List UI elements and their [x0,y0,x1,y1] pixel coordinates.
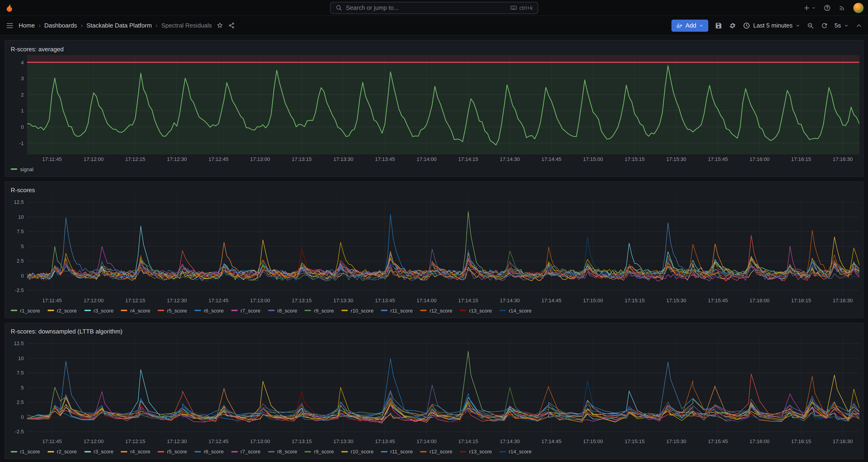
grafana-logo[interactable] [5,3,14,12]
y-tick-label: 10 [18,356,24,361]
time-range-picker[interactable]: Last 5 minutes [743,22,800,29]
y-tick-label: 1 [21,108,24,114]
help-button[interactable] [823,4,831,11]
refresh-interval-picker[interactable]: 5s [835,22,848,29]
search-input[interactable]: Search or jump to... ctrl+k [330,2,538,14]
x-tick-label: 17:15:15 [625,439,645,444]
legend-item[interactable]: r13_score [460,308,492,313]
series-color-swatch [194,310,201,311]
legend-item[interactable]: r2_score [48,308,77,313]
save-dashboard-button[interactable] [715,22,722,29]
y-tick-label: 10 [18,214,24,220]
panel-header[interactable]: R-scores [9,184,859,196]
timeseries-chart: -101234 17:11:4517:12:0017:12:1517:12:30… [9,55,859,164]
x-tick-label: 17:15:15 [625,297,645,303]
legend-item[interactable]: r13_score [460,449,492,455]
legend-item[interactable]: r4_score [121,449,150,455]
plot-area[interactable] [27,55,859,154]
y-tick-label: 0 [21,124,24,130]
user-avatar[interactable] [853,3,863,13]
legend-item[interactable]: r4_score [121,308,150,313]
y-tick-label: -1 [19,141,24,146]
panel-legend: signal [9,164,859,175]
breadcrumb-home[interactable]: Home [19,22,35,29]
series-name: r1_score [20,308,40,313]
series-name: r9_score [314,449,334,455]
new-button[interactable] [803,4,816,11]
top-bar: Search or jump to... ctrl+k [0,0,868,16]
legend-item[interactable]: r3_score [84,308,114,313]
refresh-button[interactable] [821,22,828,29]
search-placeholder: Search or jump to... [346,4,399,11]
refresh-icon [821,22,828,29]
x-tick-label: 17:13:15 [292,156,312,162]
share-button[interactable] [228,22,235,29]
legend-item[interactable]: r6_score [194,308,224,313]
panel-header[interactable]: R-scores: downsampled (LTTB algorithm) [9,325,859,337]
x-tick-label: 17:12:45 [209,439,228,444]
legend-item[interactable]: r1_score [11,449,40,455]
x-tick-label: 17:14:00 [416,439,437,444]
timeseries-chart: -2.502.557.51012.5 17:11:4517:12:0017:12… [9,196,859,305]
chevron-up-icon [855,22,862,29]
legend-item[interactable]: r6_score [194,449,224,455]
legend-item[interactable]: r1_score [11,308,40,313]
y-tick-label: 7.5 [17,370,24,376]
x-tick-label: 17:14:45 [541,156,561,162]
legend-item[interactable]: r11_score [381,449,413,455]
dashboard-settings-button[interactable] [729,22,736,29]
legend-item[interactable]: r9_score [305,449,334,455]
x-tick-label: 17:15:00 [583,297,603,303]
gear-icon [729,22,736,29]
chevron-down-icon [796,23,800,28]
news-button[interactable] [838,4,846,11]
series-color-swatch [305,310,311,311]
x-tick-label: 17:13:45 [375,156,395,162]
x-tick-label: 17:13:45 [375,439,395,444]
favorite-star-button[interactable] [217,22,224,29]
series-name: r3_score [93,449,114,455]
plot-area[interactable] [27,337,859,437]
legend-item[interactable]: r12_score [420,449,452,455]
x-tick-label: 17:16:15 [791,156,811,162]
y-tick-label: 3 [21,75,24,81]
nav-bar: Home › Dashboards › Stackable Data Platf… [0,16,868,35]
timeseries-chart: -2.502.557.51012.5 17:11:4517:12:0017:12… [9,337,859,446]
legend-item[interactable]: signal [11,166,34,172]
legend-item[interactable]: r7_score [231,449,261,455]
collapse-controls-button[interactable] [855,22,862,29]
x-tick-label: 17:12:15 [125,439,145,444]
menu-toggle-button[interactable] [6,21,14,30]
legend-item[interactable]: r11_score [381,308,413,313]
legend-item[interactable]: r8_score [268,449,297,455]
legend-item[interactable]: r5_score [158,308,187,313]
breadcrumb-dashboards[interactable]: Dashboards [44,22,77,29]
x-tick-label: 17:13:00 [250,297,270,303]
legend-item[interactable]: r8_score [268,308,297,313]
topbar-actions [803,3,863,13]
legend-item[interactable]: r12_score [420,308,452,313]
legend-item[interactable]: r10_score [341,449,373,455]
zoom-out-button[interactable] [807,22,814,29]
series-color-swatch [231,451,238,453]
series-name: r2_score [57,449,77,455]
legend-item[interactable]: r3_score [84,449,114,455]
legend-item[interactable]: r5_score [158,449,187,455]
series-color-swatch [158,451,164,453]
panel-header[interactable]: R-scores: averaged [9,43,859,55]
series-name: r7_score [241,308,261,313]
y-tick-label: -2.5 [15,287,24,293]
legend-item[interactable]: r14_score [499,308,532,313]
legend-item[interactable]: r10_score [341,308,373,313]
plot-area[interactable] [27,196,859,296]
legend-item[interactable]: r2_score [48,449,77,455]
legend-item[interactable]: r14_score [499,449,532,455]
legend-item[interactable]: r9_score [305,308,334,313]
series-name: r14_score [509,308,532,313]
add-button[interactable]: Add [672,19,708,31]
plus-icon [803,4,810,11]
breadcrumb-folder[interactable]: Stackable Data Platform [87,22,152,29]
x-tick-label: 17:13:30 [333,439,353,444]
series-color-swatch [48,310,54,311]
legend-item[interactable]: r7_score [231,308,261,313]
